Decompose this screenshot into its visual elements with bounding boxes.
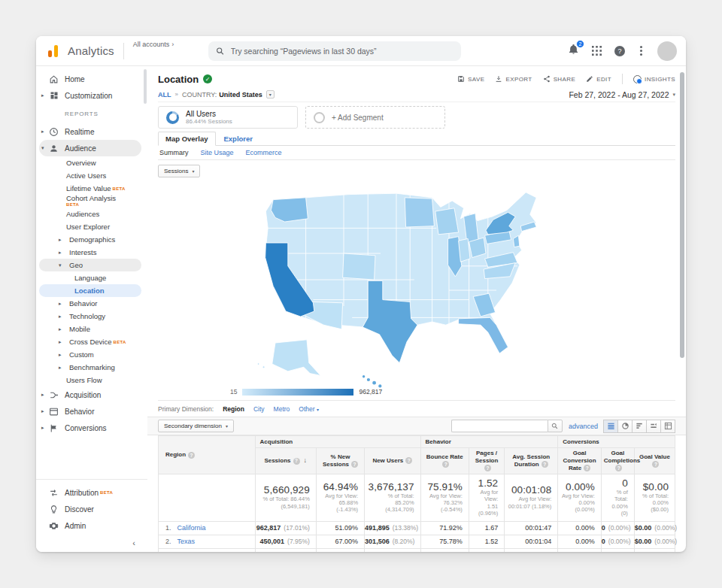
view-performance-button[interactable] (632, 420, 647, 433)
advanced-filter-link[interactable]: advanced (569, 423, 598, 430)
region-link[interactable]: New York (177, 551, 206, 552)
sidebar-item-audience[interactable]: ▾ Audience (36, 140, 147, 156)
country-dropdown-button[interactable]: ▾ (266, 90, 275, 99)
sidebar-collapse-button[interactable]: ‹ (36, 534, 147, 552)
region-link[interactable]: California (177, 524, 206, 532)
secondary-dimension-button[interactable]: Secondary dimension ▾ (158, 420, 234, 432)
sidebar-scrollbar[interactable] (144, 69, 147, 104)
help-icon[interactable]: ? (405, 457, 412, 464)
sidebar-item-behavior[interactable]: ▸ Behavior (36, 403, 147, 420)
sort-descending-icon[interactable]: ↓ (304, 456, 308, 464)
customization-icon (48, 90, 59, 102)
sidebar-item-language[interactable]: Language (36, 271, 147, 284)
global-search-input[interactable] (231, 47, 454, 56)
view-table-button[interactable] (603, 420, 618, 433)
breadcrumb-separator: » (175, 91, 178, 98)
help-icon[interactable]: ? (615, 465, 622, 471)
view-percentage-button[interactable] (617, 420, 633, 433)
column-header-bounce-rate[interactable]: Bounce Rate? (420, 448, 469, 474)
help-icon[interactable]: ? (484, 465, 491, 471)
sidebar-item-custom[interactable]: ▸Custom (36, 348, 147, 361)
column-header-sessions[interactable]: Sessions?↓ (255, 448, 316, 474)
column-header-goal-conversion-rate[interactable]: Goal Conversion Rate? (558, 448, 602, 474)
sidebar-item-customization[interactable]: ▸ Customization (36, 87, 147, 104)
subtab-ecommerce[interactable]: Ecommerce (246, 149, 282, 156)
sidebar-item-audiences[interactable]: Audiences (36, 208, 147, 220)
segment-all-users[interactable]: All Users 86.44% Sessions (158, 106, 298, 129)
avatar[interactable] (657, 41, 677, 61)
subtab-summary[interactable]: Summary (159, 149, 189, 156)
column-header-pages-session[interactable]: Pages / Session? (469, 448, 504, 474)
sidebar-item-active-users[interactable]: Active Users (36, 169, 147, 182)
help-icon[interactable]: ? (188, 452, 195, 459)
help-icon[interactable]: ? (293, 458, 300, 465)
dimension-region[interactable]: Region (223, 405, 244, 413)
sidebar-item-interests[interactable]: ▸Interests (36, 246, 147, 259)
column-header-new-users[interactable]: New Users? (365, 448, 420, 474)
metric-dropdown-button[interactable]: Sessions ▾ (158, 165, 200, 177)
us-choropleth-map[interactable] (223, 180, 560, 390)
edit-button[interactable]: EDIT (586, 75, 611, 83)
sidebar-item-user-explorer[interactable]: User Explorer (36, 220, 147, 233)
dimension-city[interactable]: City (253, 405, 265, 413)
subtab-site-usage[interactable]: Site Usage (201, 149, 234, 156)
region-link[interactable]: Texas (177, 538, 196, 545)
sidebar-item-demographics[interactable]: ▸Demographics (36, 233, 147, 246)
breadcrumb-all-link[interactable]: ALL (158, 91, 171, 99)
sidebar-item-attribution[interactable]: AttributionBETA (36, 484, 147, 501)
dimension-metro[interactable]: Metro (274, 405, 290, 413)
date-range-picker[interactable]: Feb 27, 2022 - Aug 27, 2022 ▾ (569, 90, 675, 99)
sidebar-item-cross-device[interactable]: ▸Cross DeviceBETA (36, 335, 147, 348)
help-icon[interactable]: ? (614, 46, 625, 56)
column-header-region[interactable]: Region? (159, 436, 256, 474)
sidebar-item-technology[interactable]: ▸Technology (36, 310, 147, 323)
tab-map-overlay[interactable]: Map Overlay (158, 132, 216, 146)
column-header-goal-completions[interactable]: Goal Completions? (601, 448, 634, 474)
global-search[interactable] (208, 41, 461, 61)
sidebar-item-overview[interactable]: Overview (36, 156, 147, 169)
add-segment-button[interactable]: + Add Segment (305, 106, 445, 129)
sidebar-item-discover[interactable]: Discover (36, 501, 147, 517)
google-analytics-logo[interactable]: Analytics (47, 44, 114, 58)
caret-down-icon: ▾ (317, 408, 319, 412)
account-switcher[interactable]: All accounts › (133, 41, 174, 48)
sidebar-item-benchmarking[interactable]: ▸Benchmarking (36, 361, 147, 374)
sidebar-item-geo[interactable]: ▾Geo (36, 259, 147, 271)
export-button[interactable]: EXPORT (495, 75, 532, 83)
totals-avg-duration: 00:01:08Avg for View:00:01:07 (1.18%) (505, 474, 558, 522)
sidebar-item-behavior-sub[interactable]: ▸Behavior (36, 297, 147, 310)
sidebar-item-cohort-analysis[interactable]: Cohort AnalysisBETA (36, 195, 147, 208)
share-button[interactable]: SHARE (543, 75, 576, 83)
dimension-other[interactable]: Other ▾ (299, 405, 319, 413)
gear-icon (48, 520, 59, 532)
view-comparison-button[interactable] (646, 420, 661, 433)
column-header-avg-session-duration[interactable]: Avg. Session Duration? (505, 448, 558, 474)
sidebar-item-lifetime-value[interactable]: Lifetime ValueBETA (36, 182, 147, 195)
sidebar-item-location[interactable]: Location (36, 284, 147, 297)
table-search-button[interactable] (548, 420, 563, 432)
view-pivot-button[interactable] (660, 420, 675, 433)
tab-explorer[interactable]: Explorer (216, 132, 262, 145)
main-scrollbar[interactable] (679, 68, 685, 550)
sidebar-item-mobile[interactable]: ▸Mobile (36, 323, 147, 335)
help-icon[interactable]: ? (584, 465, 590, 471)
sidebar-item-home[interactable]: Home (36, 71, 147, 87)
sidebar-item-acquisition[interactable]: ▸ Acquisition (36, 386, 147, 403)
sidebar-item-admin[interactable]: Admin (36, 517, 147, 534)
sidebar-item-conversions[interactable]: ▸ Conversions (36, 420, 147, 436)
help-icon[interactable]: ? (542, 461, 548, 468)
sidebar-item-realtime[interactable]: ▸ Realtime (36, 123, 147, 140)
table-search-input[interactable] (451, 420, 548, 432)
insights-button[interactable]: INSIGHTS (633, 75, 675, 83)
column-header-goal-value[interactable]: Goal Value? (634, 448, 675, 474)
scrollbar-thumb[interactable] (680, 72, 684, 358)
save-button[interactable]: SAVE (457, 75, 484, 83)
help-icon[interactable]: ? (652, 461, 659, 468)
help-icon[interactable]: ? (442, 461, 449, 468)
help-icon[interactable]: ? (351, 461, 358, 468)
apps-grid-icon[interactable] (592, 46, 602, 56)
column-header-new-sessions[interactable]: % New Sessions? (316, 448, 364, 474)
notifications-button[interactable]: 2 (568, 44, 579, 58)
overflow-menu-icon[interactable] (640, 50, 642, 52)
sidebar-item-users-flow[interactable]: Users Flow (36, 374, 147, 386)
